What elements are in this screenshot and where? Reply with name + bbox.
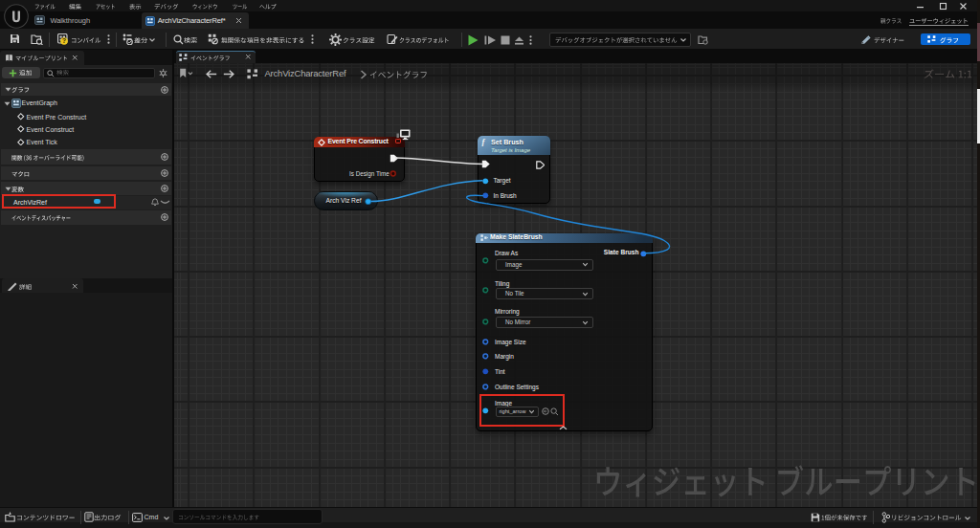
svg-text:?: ? [62,37,66,44]
